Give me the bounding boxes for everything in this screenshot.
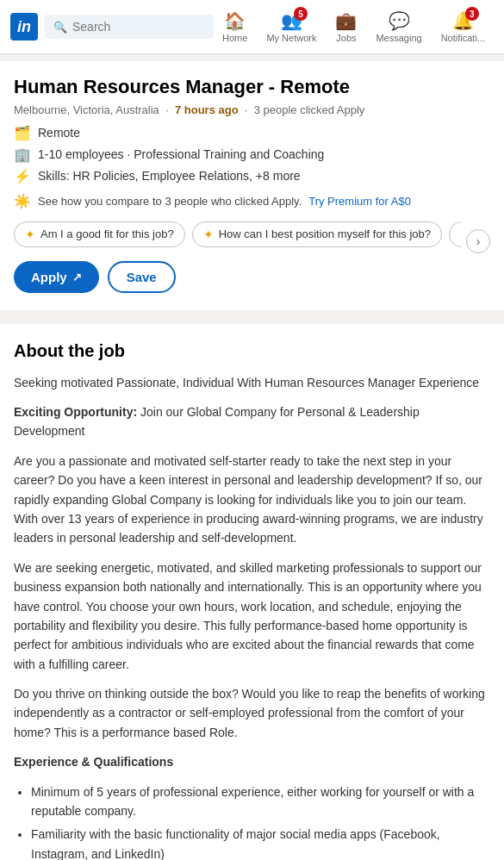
job-applicants: 3 people clicked Apply — [254, 103, 365, 116]
network-icon: 👥 5 — [281, 10, 302, 31]
chips-next-button[interactable]: › — [466, 229, 490, 253]
job-detail-size: 🏢 1-10 employees · Professional Training… — [14, 146, 490, 163]
search-bar[interactable]: 🔍 — [45, 15, 214, 39]
network-badge: 5 — [294, 7, 308, 21]
action-buttons: Apply ↗ Save — [14, 261, 490, 293]
exp-title: Experience & Qualifications — [14, 752, 490, 771]
navigation-bar: in 🔍 🏠 Home 👥 5 My Network 💼 Jobs 💬 Mess… — [0, 0, 504, 54]
list-item: Minimum of 5 years of professional exper… — [31, 782, 490, 821]
nav-network-label: My Network — [266, 33, 316, 43]
apply-external-icon: ↗ — [72, 271, 82, 284]
apply-button[interactable]: Apply ↗ — [14, 261, 99, 293]
messaging-icon: 💬 — [389, 10, 410, 31]
company-icon: 🏢 — [14, 146, 31, 163]
exp-list: Minimum of 5 years of professional exper… — [31, 782, 490, 860]
about-para1: Are you a passionate and motivated self-… — [14, 452, 490, 548]
about-content: Seeking motivated Passionate, Individual… — [14, 373, 490, 860]
chip-fit[interactable]: ✦ Am I a good fit for this job? — [14, 221, 185, 247]
job-title: Human Resources Manager - Remote — [14, 75, 490, 100]
about-exciting: Exciting Opportunity: Join our Global Co… — [14, 402, 490, 441]
about-title: About the job — [14, 341, 490, 361]
home-icon: 🏠 — [224, 10, 246, 31]
job-size-text: 1-10 employees · Professional Training a… — [38, 147, 324, 161]
job-time-ago: 7 hours ago — [175, 103, 239, 116]
nav-messaging[interactable]: 💬 Messaging — [367, 7, 430, 47]
job-skills-text: Skills: HR Policies, Employee Relations,… — [38, 169, 301, 183]
chip-star-icon: ✦ — [25, 227, 35, 241]
jobs-icon: 💼 — [335, 10, 357, 31]
chip-star-icon3: ✦ — [460, 227, 461, 241]
chip-position[interactable]: ✦ How can I best position myself for thi… — [192, 221, 442, 247]
about-para3: Do you thrive on thinking outside the bo… — [14, 684, 490, 742]
about-para2: We are seeking energetic, motivated, and… — [14, 558, 490, 674]
nav-jobs-label: Jobs — [336, 33, 356, 43]
job-detail-remote: 🗂️ Remote — [14, 125, 490, 141]
nav-notifications-label: Notificati... — [441, 33, 485, 43]
notifications-badge: 3 — [465, 7, 479, 21]
premium-row: ☀️ See how you compare to 3 people who c… — [14, 193, 490, 209]
nav-home[interactable]: 🏠 Home — [214, 7, 256, 47]
about-intro: Seeking motivated Passionate, Individual… — [14, 373, 490, 392]
ai-chips-row: ✦ Am I a good fit for this job? ✦ How ca… — [14, 221, 461, 247]
remote-icon: 🗂️ — [14, 125, 31, 141]
chip-fit-label: Am I a good fit for this job? — [40, 227, 174, 240]
about-section: About the job Seeking motivated Passiona… — [0, 324, 504, 860]
job-meta: Melbourne, Victoria, Australia · 7 hours… — [14, 103, 490, 116]
linkedin-logo[interactable]: in — [10, 13, 38, 41]
skills-icon: ⚡ — [14, 168, 31, 184]
section-divider — [0, 310, 504, 317]
nav-network[interactable]: 👥 5 My Network — [258, 7, 325, 47]
chip-more[interactable]: ✦ Tell me more — [449, 221, 461, 247]
premium-text: See how you compare to 3 people who clic… — [38, 195, 302, 208]
premium-link[interactable]: Try Premium for A$0 — [308, 195, 411, 208]
save-button[interactable]: Save — [108, 261, 176, 293]
nav-jobs[interactable]: 💼 Jobs — [327, 7, 365, 47]
job-location: Melbourne, Victoria, Australia — [14, 103, 159, 116]
job-remote-text: Remote — [38, 126, 80, 140]
chip-position-label: How can I best position myself for this … — [219, 227, 431, 240]
premium-sun-icon: ☀️ — [14, 193, 31, 209]
nav-notifications[interactable]: 🔔 3 Notificati... — [432, 7, 494, 47]
notifications-icon: 🔔 3 — [452, 10, 474, 31]
job-card: Human Resources Manager - Remote Melbour… — [0, 61, 504, 310]
nav-home-label: Home — [222, 33, 247, 43]
apply-label: Apply — [31, 270, 67, 284]
nav-messaging-label: Messaging — [376, 33, 421, 43]
job-detail-skills: ⚡ Skills: HR Policies, Employee Relation… — [14, 168, 490, 184]
exciting-label: Exciting Opportunity: — [14, 405, 137, 419]
search-icon: 🔍 — [53, 21, 67, 34]
list-item: Familiarity with the basic functionality… — [31, 825, 490, 860]
nav-items: 🏠 Home 👥 5 My Network 💼 Jobs 💬 Messaging… — [214, 7, 494, 47]
search-input[interactable] — [72, 20, 205, 34]
chip-star-icon2: ✦ — [203, 227, 214, 241]
